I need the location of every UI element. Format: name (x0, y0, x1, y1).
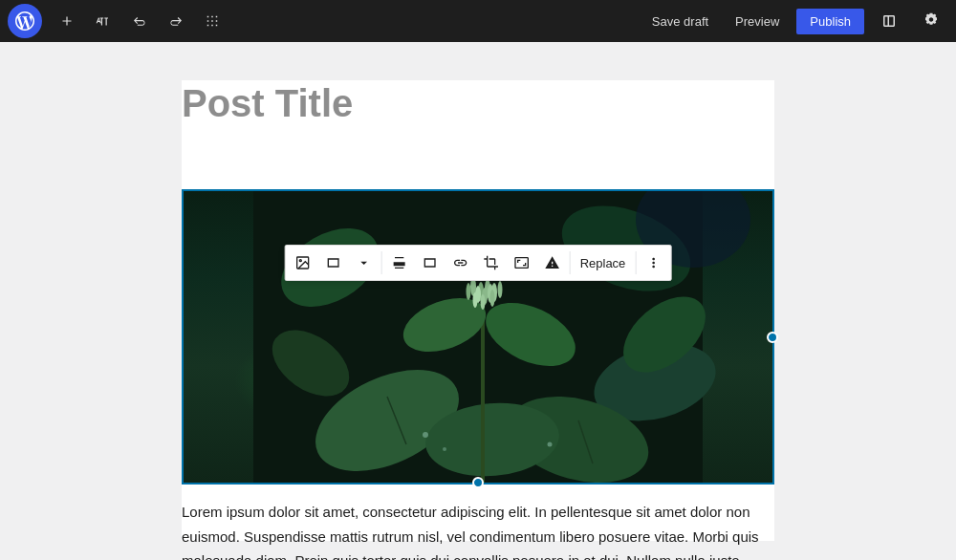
settings-button[interactable] (914, 4, 948, 38)
wp-logo[interactable] (8, 4, 42, 38)
image-placeholder (184, 191, 772, 483)
svg-point-23 (490, 290, 495, 307)
svg-point-26 (423, 432, 428, 438)
more-options-button[interactable] (638, 248, 668, 278)
align-wide-button[interactable] (415, 248, 445, 278)
undo-button[interactable] (122, 4, 157, 38)
resize-handle-right[interactable] (767, 332, 778, 343)
toolbar-divider-2 (570, 251, 571, 274)
image-type-button[interactable] (288, 248, 318, 278)
list-view-button[interactable] (195, 4, 229, 38)
editor-area: Post Title (0, 42, 956, 560)
block-type-group (288, 248, 380, 278)
svg-point-22 (481, 294, 486, 310)
svg-point-21 (473, 292, 478, 308)
svg-point-19 (467, 283, 471, 300)
svg-point-28 (548, 442, 553, 447)
align-full-button[interactable] (384, 248, 415, 278)
change-alignment-button[interactable] (318, 248, 349, 278)
view-mode-button[interactable] (872, 4, 906, 38)
redo-button[interactable] (159, 4, 193, 38)
svg-point-1 (299, 260, 301, 262)
resize-handle-bottom[interactable] (472, 477, 484, 488)
save-draft-button[interactable]: Save draft (642, 9, 718, 34)
paragraph-block[interactable]: Lorem ipsum dolor sit amet, consectetur … (182, 500, 774, 560)
tools-button[interactable] (86, 4, 120, 38)
svg-point-27 (443, 447, 446, 451)
warning-button[interactable] (537, 248, 568, 278)
top-bar: Save draft Preview Publish (0, 0, 956, 42)
publish-button[interactable]: Publish (796, 9, 864, 34)
svg-point-20 (498, 281, 503, 298)
image-block[interactable] (182, 189, 774, 485)
custom-size-button[interactable] (507, 248, 537, 278)
chevron-down-button[interactable] (349, 248, 380, 278)
editor-content: Post Title (182, 80, 774, 541)
image-block-wrapper: Replace (182, 189, 774, 485)
crop-button[interactable] (476, 248, 507, 278)
align-group (384, 248, 568, 278)
replace-button[interactable]: Replace (573, 248, 634, 278)
toolbar-divider-3 (635, 251, 636, 274)
preview-button[interactable]: Preview (726, 9, 789, 34)
toolbar-divider-1 (381, 251, 382, 274)
post-title[interactable]: Post Title (182, 80, 774, 141)
add-block-button[interactable] (50, 4, 84, 38)
block-toolbar: Replace (285, 245, 672, 281)
top-bar-right: Save draft Preview Publish (642, 4, 948, 38)
link-button[interactable] (445, 248, 476, 278)
toolbar-tools (50, 4, 229, 38)
plant-scene (184, 191, 772, 483)
